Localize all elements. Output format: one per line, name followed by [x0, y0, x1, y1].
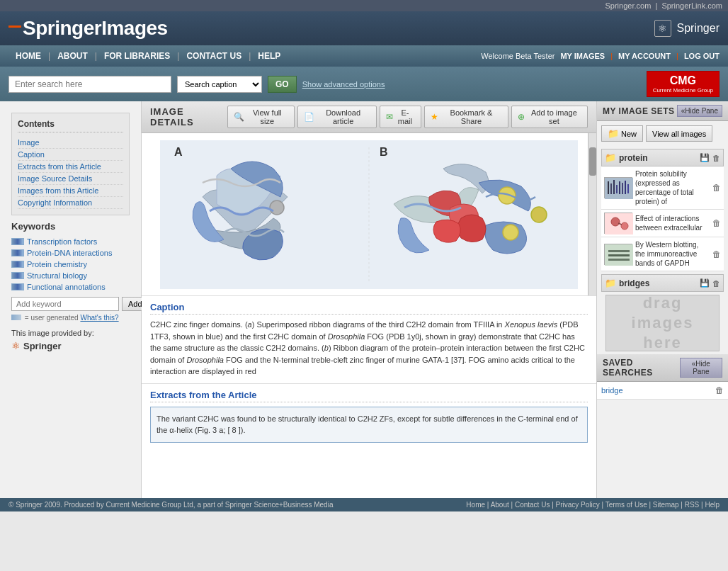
delete-item-3-icon[interactable]: 🗑 [712, 249, 721, 259]
footer-links: Home | About | Contact Us | Privacy Poli… [466, 501, 720, 509]
extracts-section: Extracts from the Article The variant C2… [142, 384, 596, 448]
contents-link-images-article[interactable]: Images from this Article [18, 185, 123, 197]
view-fullsize-button[interactable]: 🔍 View full size [227, 106, 295, 128]
protein-thumbnail-2[interactable] [604, 213, 632, 234]
image-set-desc-3: By Western blotting, the immunoreactive … [635, 240, 710, 268]
keyword-structural-biology[interactable]: Structural biology [11, 270, 130, 281]
caption-section: Caption C2HC zinc finger domains. (a) Su… [142, 296, 596, 384]
springerlink-com-link[interactable]: SpringerLink.com [661, 1, 722, 10]
footer-home-link[interactable]: Home [466, 501, 485, 509]
delete-item-1-icon[interactable]: 🗑 [712, 183, 721, 193]
svg-rect-24 [608, 259, 630, 261]
search-input[interactable] [8, 76, 171, 93]
add-keyword-input[interactable] [11, 297, 119, 311]
svg-rect-16 [627, 184, 629, 193]
email-button[interactable]: ✉ E-mail [380, 106, 422, 128]
delete-saved-search-icon[interactable]: 🗑 [715, 385, 724, 395]
search-go-button[interactable]: GO [268, 76, 297, 93]
footer: © Springer 2009. Produced by Current Med… [0, 498, 728, 511]
footer-about-link[interactable]: About [491, 501, 509, 509]
drag-text-images: images [632, 314, 694, 332]
nav-about[interactable]: ABOUT [50, 45, 95, 67]
add-to-imageset-button[interactable]: ⊕ Add to image set [511, 106, 588, 128]
delete-item-2-icon[interactable]: 🗑 [712, 218, 721, 228]
user-generated-label: = user generated What's this? [11, 314, 130, 322]
folder-delete-icon[interactable]: 🗑 [712, 154, 720, 162]
footer-help-link[interactable]: Help [705, 501, 720, 509]
svg-rect-13 [619, 181, 620, 194]
bridges-delete-icon[interactable]: 🗑 [712, 279, 720, 288]
search-bar: Search caption GO Show advanced options … [0, 67, 728, 101]
svg-point-3 [270, 200, 284, 215]
my-account-link[interactable]: MY ACCOUNT [618, 52, 671, 60]
logo: SpringerImages [8, 17, 168, 40]
header: SpringerImages ⚛ Springer [0, 11, 728, 45]
footer-copyright: © Springer 2009. Produced by Current Med… [8, 501, 333, 509]
scroll-bar[interactable] [588, 133, 596, 295]
nav-home[interactable]: HOME [8, 45, 48, 67]
keyword-protein-dna[interactable]: Protein-DNA interactions [11, 247, 130, 259]
folder-save-icon[interactable]: 💾 [700, 153, 710, 162]
download-article-button[interactable]: 📄 Download article [297, 106, 377, 128]
download-icon: 📄 [304, 112, 314, 122]
contents-link-copyright[interactable]: Copyright Information [18, 197, 123, 209]
saved-search-text[interactable]: bridge [601, 386, 712, 395]
footer-terms-link[interactable]: Terms of Use [605, 501, 647, 509]
nav-contact-us[interactable]: CONTACT US [179, 45, 249, 67]
my-images-link[interactable]: MY IMAGES [560, 52, 605, 60]
contents-link-caption[interactable]: Caption [18, 149, 123, 161]
logo-accent [8, 26, 21, 28]
contents-link-image[interactable]: Image [18, 137, 123, 149]
nav-help[interactable]: HELP [251, 45, 288, 67]
keyword-icon [11, 238, 24, 245]
user-icon [11, 315, 21, 320]
image-sets-actions: 📁 New View all images [597, 121, 728, 146]
keywords-section: Keywords Transcription factors Protein-D… [11, 221, 130, 351]
extracts-title: Extracts from the Article [150, 390, 588, 402]
my-image-sets-header: MY IMAGE SETS «Hide Pane [597, 101, 728, 121]
user-greeting: Welcome Beta Tester [481, 52, 554, 60]
advanced-options-link[interactable]: Show advanced options [302, 80, 385, 89]
footer-rss-link[interactable]: RSS [685, 501, 700, 509]
main-container: Contents Image Caption Extracts from thi… [0, 101, 728, 498]
drag-text-here: here [643, 334, 681, 352]
bridges-folder-name: bridges [619, 278, 697, 288]
contents-link-extracts[interactable]: Extracts from this Article [18, 161, 123, 173]
hide-pane-button[interactable]: «Hide Pane [677, 105, 722, 117]
log-out-link[interactable]: LOG OUT [684, 52, 720, 60]
svg-text:A: A [174, 146, 183, 158]
search-type-dropdown[interactable]: Search caption [177, 76, 262, 93]
nav-for-libraries[interactable]: FOR LIBRARIES [97, 45, 177, 67]
saved-searches-header: SAVED SEARCHES «Hide Pane [597, 354, 728, 382]
bridges-save-icon[interactable]: 💾 [700, 278, 710, 288]
keywords-title: Keywords [11, 221, 130, 232]
footer-privacy-link[interactable]: Privacy Policy [556, 501, 600, 509]
svg-rect-15 [625, 181, 626, 194]
bookmark-share-button[interactable]: ★ Bookmark & Share [424, 106, 508, 128]
protein-thumbnail-3[interactable] [604, 244, 632, 265]
right-sidebar: MY IMAGE SETS «Hide Pane 📁 New View all … [597, 101, 728, 498]
footer-contact-link[interactable]: Contact Us [515, 501, 550, 509]
keyword-icon [11, 272, 24, 279]
saved-searches-hide-pane-button[interactable]: «Hide Pane [680, 358, 722, 378]
keyword-protein-chemistry[interactable]: Protein chemistry [11, 259, 130, 270]
drag-area[interactable]: drag images here [605, 295, 720, 351]
keyword-functional-annotations[interactable]: Functional annotations [11, 281, 130, 293]
cmg-logo: CMG Current Medicine Group [647, 71, 720, 97]
whats-this-link[interactable]: What's this? [80, 314, 118, 322]
action-buttons: 🔍 View full size 📄 Download article ✉ E-… [227, 106, 588, 128]
springer-logo-small-text: Springer [23, 341, 61, 351]
contents-link-source-details[interactable]: Image Source Details [18, 173, 123, 185]
nav-left: HOME | ABOUT | FOR LIBRARIES | CONTACT U… [8, 45, 288, 67]
svg-rect-23 [608, 254, 630, 256]
image-details-title: IMAGE DETAILS [150, 106, 227, 128]
springer-brand-text: Springer [677, 22, 720, 35]
new-image-set-button[interactable]: 📁 New [601, 125, 643, 142]
protein-thumbnail-1[interactable] [604, 177, 632, 198]
keyword-transcription-factors[interactable]: Transcription factors [11, 236, 130, 247]
footer-sitemap-link[interactable]: Sitemap [653, 501, 679, 509]
springer-com-link[interactable]: Springer.com [605, 1, 652, 10]
view-all-images-button[interactable]: View all images [646, 125, 712, 142]
nav-right: Welcome Beta Tester MY IMAGES | MY ACCOU… [481, 52, 720, 60]
content-area: IMAGE DETAILS 🔍 View full size 📄 Downloa… [142, 101, 597, 498]
